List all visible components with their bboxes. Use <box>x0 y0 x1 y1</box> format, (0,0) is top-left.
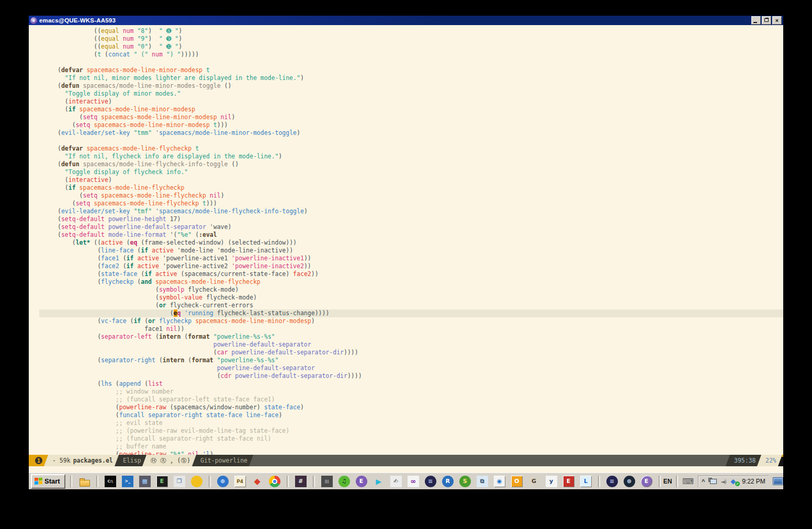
code-line: (line-face (if active 'mode-line 'mode-l… <box>39 247 783 255</box>
code-line: (setq spacemacs-mode-line-flycheckp nil) <box>39 192 783 200</box>
eye-viewer-icon[interactable]: ◉ <box>494 476 505 487</box>
code-line: ((equal num "0") " ➓ ") <box>39 43 783 51</box>
network-icon[interactable] <box>708 478 717 485</box>
code-line <box>39 59 783 66</box>
cmd-prompt-icon[interactable]: C:\ <box>105 476 116 487</box>
code-line: ;; (powerline-raw evil-mode-line-tag sta… <box>39 427 783 435</box>
eclipse-2-icon[interactable]: ≡ <box>606 476 618 487</box>
taskbar: Start C:\>_▦E❐⊕P4◆#|||♫E▶✍∞≡RS⧉◉OGyEL≡⊛E… <box>29 473 783 489</box>
hide-icons-chevron[interactable]: ^ <box>702 479 705 484</box>
snake-icon[interactable]: S <box>459 476 471 487</box>
modeline-vc-segment: Git-powerline <box>192 455 256 466</box>
speaker-icon[interactable]: ◄) <box>720 478 726 485</box>
window-title: emacs@QUE-WKS-AA593 <box>39 17 751 24</box>
modeline: 1 - 59k packages.el Elisp Ⓗ Ⓐ , (Ⓢ) Git-… <box>29 455 783 466</box>
language-indicator[interactable]: EN <box>663 478 672 485</box>
orange-o-icon[interactable]: O <box>511 476 523 487</box>
code-line: "If not nil, minor modes lighter are dis… <box>39 74 783 82</box>
echo-area[interactable] <box>29 466 783 473</box>
code-line: (car powerline-default-separator-dir)))) <box>39 349 783 356</box>
code-line: (face2 (if active 'powerline-active2 'po… <box>39 262 783 270</box>
code-line: "Toggle display of flycheck info." <box>39 168 783 176</box>
code-line: (flycheckp (and spacemacs-mode-line-flyc… <box>39 278 783 286</box>
code-line: (evil-leader/set-key "tmf" 'spacemacs/mo… <box>39 208 783 215</box>
code-line: (let* ((active (eq (frame-selected-windo… <box>39 239 783 247</box>
folder-icon[interactable] <box>78 476 90 487</box>
window-titlebar[interactable]: e emacs@QUE-WKS-AA593 × <box>29 16 783 25</box>
code-line: (symbolp flycheck-mode) <box>39 286 783 294</box>
quick-launch-bar: C:\>_▦E❐⊕P4◆#|||♫E▶✍∞≡RS⧉◉OGyEL≡⊛E <box>70 476 661 487</box>
keyboard-icon[interactable]: ⌨ <box>682 477 694 486</box>
quick-launch-separator <box>287 476 289 487</box>
code-line: (interactive) <box>39 98 783 106</box>
code-line: ((equal num "8") " ➑ ") <box>39 27 783 35</box>
code-line: (powerline-raw (spacemacs/window-number)… <box>39 404 783 411</box>
remote-desktop-icon[interactable]: ❐ <box>174 476 185 487</box>
code-line: (defun spacemacs/mode-line-flycheck-info… <box>39 160 783 168</box>
quick-launch-separator <box>598 476 600 487</box>
buffer-name[interactable]: packages.el <box>73 457 113 464</box>
code-line: (setq-default powerline-height 17) <box>39 215 783 223</box>
code-line: (t (concat " (" num ") "))))) <box>39 51 783 59</box>
code-line: (setq-default powerline-default-separato… <box>39 223 783 231</box>
gimp-wilber-icon[interactable]: G <box>528 476 540 487</box>
clock[interactable]: 9:22 PM <box>742 478 765 485</box>
emacs-console-icon[interactable]: E <box>156 476 168 487</box>
emacs-sphere-icon[interactable]: E <box>356 476 367 487</box>
code-line: (or flycheck-current-errors <box>39 302 783 309</box>
restore-button[interactable] <box>762 16 771 25</box>
perforce-p4-icon[interactable]: P4 <box>234 476 246 487</box>
minimize-icon <box>753 22 757 23</box>
code-line: "Toggle display of minor modes." <box>39 90 783 98</box>
terminal-bars-icon[interactable]: ||| <box>321 476 333 487</box>
close-icon: × <box>775 18 779 23</box>
code-line: (vc-face (if (or flycheckp spacemacs-mod… <box>39 317 783 325</box>
yed-icon[interactable]: y <box>546 476 557 487</box>
code-line: ;; (funcall separator-left state-face fa… <box>39 396 783 404</box>
modeline-filler <box>249 455 732 466</box>
google-play-icon[interactable]: ▶ <box>373 476 385 487</box>
buffer-state: - 59k <box>52 457 71 464</box>
vc-branch-label: Git-powerline <box>200 457 247 464</box>
globe-icon[interactable]: ⊕ <box>217 476 229 487</box>
code-line: (evil-leader/set-key "tmm" 'spacemacs/mo… <box>39 129 783 137</box>
emacs-red-icon[interactable]: E <box>563 476 574 487</box>
code-line-current: (eq 'running flycheck-last-status-change… <box>39 309 783 317</box>
emacs-app-icon: e <box>30 17 37 24</box>
code-line: (interactive) <box>39 176 783 184</box>
code-line: (setq spacemacs-mode-line-minor-modesp t… <box>39 121 783 129</box>
powershell-icon[interactable]: >_ <box>122 476 133 487</box>
editor-buffer[interactable]: ((equal num "8") " ➑ ") ((equal num "9")… <box>29 25 783 455</box>
steam-icon[interactable]: ⊛ <box>624 476 635 487</box>
cygwin-duck-icon[interactable] <box>191 476 202 487</box>
show-desktop-button[interactable] <box>773 477 783 485</box>
quick-launch-separator <box>659 476 661 487</box>
chrome-icon[interactable] <box>269 476 280 487</box>
slack-hash-icon[interactable]: # <box>295 476 307 487</box>
code-line: (setq spacemacs-mode-line-flycheckp t))) <box>39 200 783 208</box>
eclipse-icon[interactable]: ≡ <box>425 476 436 487</box>
spotify-icon[interactable]: ♫ <box>339 476 350 487</box>
red-diamond-icon[interactable]: ◆ <box>252 476 263 487</box>
code-line: (face1 (if active 'powerline-active1 'po… <box>39 255 783 262</box>
screen: e emacs@QUE-WKS-AA593 × ((equal num "8")… <box>29 16 783 489</box>
pc-share-icon[interactable]: ⧉ <box>477 476 488 487</box>
code-line: ;; window number <box>39 388 783 396</box>
dropbox-icon[interactable]: ◆✓ <box>730 478 738 485</box>
start-button[interactable]: Start <box>31 474 65 489</box>
modeline-buffer-segment: - 59k packages.el <box>44 455 121 466</box>
app-window-icon[interactable]: ▦ <box>139 476 151 487</box>
code-line: (state-face (if active (spacemacs/curren… <box>39 270 783 278</box>
window-number-badge: 1 <box>35 457 42 464</box>
code-line: ;; (funcall separator-right state-face n… <box>39 435 783 443</box>
code-line: (defvar spacemacs-mode-line-flycheckp t <box>39 145 783 153</box>
close-button[interactable]: × <box>772 16 782 25</box>
r-project-icon[interactable]: R <box>442 476 454 487</box>
gimp-hand-icon[interactable]: ✍ <box>390 476 402 487</box>
minimize-button[interactable] <box>751 16 761 25</box>
line-column-indicator: 395:38 <box>734 457 756 464</box>
infinity-icon[interactable]: ∞ <box>408 476 419 487</box>
quick-launch-separator <box>313 476 315 487</box>
l-doc-icon[interactable]: L <box>580 476 592 487</box>
emacs-purple-icon[interactable]: E <box>641 476 652 487</box>
